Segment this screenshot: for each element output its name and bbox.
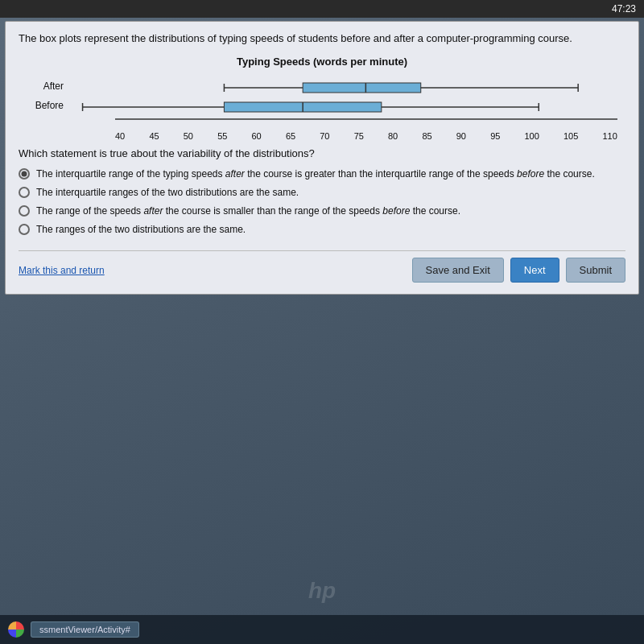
axis-ticks: 40 45 50 55 60 65 70 75 80 85 90 95 100 … [115,131,617,141]
screen-background: 47:23 The box plots represent the distri… [0,0,644,644]
option-4[interactable]: The ranges of the two distributions are … [19,223,625,237]
before-track [67,99,617,112]
tick-105: 105 [564,131,578,141]
tick-45: 45 [149,131,159,141]
tick-70: 70 [320,131,329,141]
boxplot-area: After [19,74,625,144]
after-boxplot-row: After [67,77,617,95]
tick-80: 80 [388,131,398,141]
option-3-text: The range of the speeds after the course… [36,204,460,218]
tick-85: 85 [422,131,431,141]
option-1[interactable]: The interquartile range of the typing sp… [19,167,625,181]
tick-90: 90 [456,131,466,141]
radio-1[interactable] [19,168,30,180]
taskbar-top: 47:23 [0,0,644,18]
axis-row: 40 45 50 55 60 65 70 75 80 85 90 95 100 … [67,116,617,141]
radio-2[interactable] [19,187,30,198]
save-exit-button[interactable]: Save and Exit [412,258,504,283]
tick-60: 60 [252,131,262,141]
svg-rect-2 [303,83,421,93]
tick-75: 75 [354,131,364,141]
radio-3[interactable] [19,205,30,217]
tick-65: 65 [286,131,295,141]
option-4-text: The ranges of the two distributions are … [36,223,246,237]
tick-110: 110 [602,131,617,141]
which-statement-text: Which statement is true about the variab… [19,147,625,159]
before-boxplot-svg [67,99,617,115]
axis-svg [115,116,617,127]
tick-50: 50 [184,131,193,141]
tick-40: 40 [115,131,125,141]
option-3[interactable]: The range of the speeds after the course… [19,204,625,218]
chart-title: Typing Speeds (words per minute) [19,56,625,68]
taskbar-bottom: ssmentViewer/Activity# [0,615,644,644]
before-boxplot-row: Before [67,97,617,114]
before-label: Before [23,100,64,111]
axis-line-container: 40 45 50 55 60 65 70 75 80 85 90 95 100 … [115,116,617,141]
quiz-window: The box plots represent the distribution… [5,21,639,295]
options-section: The interquartile range of the typing sp… [19,167,625,236]
radio-4[interactable] [19,224,30,235]
after-boxplot-svg [67,80,617,96]
footer-bar: Mark this and return Save and Exit Next … [19,250,625,283]
option-2[interactable]: The interquartile ranges of the two dist… [19,186,625,200]
tick-55: 55 [217,131,227,141]
browser-tab[interactable]: ssmentViewer/Activity# [31,621,139,638]
browser-icon[interactable] [8,621,24,638]
submit-button[interactable]: Submit [566,258,625,283]
footer-buttons: Save and Exit Next Submit [412,258,625,283]
time-display: 47:23 [612,3,636,14]
next-button[interactable]: Next [510,258,559,283]
tick-95: 95 [490,131,500,141]
option-2-text: The interquartile ranges of the two dist… [36,186,299,200]
mark-return-link[interactable]: Mark this and return [19,265,105,276]
option-1-text: The interquartile range of the typing sp… [36,167,595,181]
tick-100: 100 [525,131,539,141]
hp-logo: hp [308,578,336,604]
after-track [67,80,617,93]
after-label: After [23,80,64,92]
question-text: The box plots represent the distribution… [19,31,625,46]
